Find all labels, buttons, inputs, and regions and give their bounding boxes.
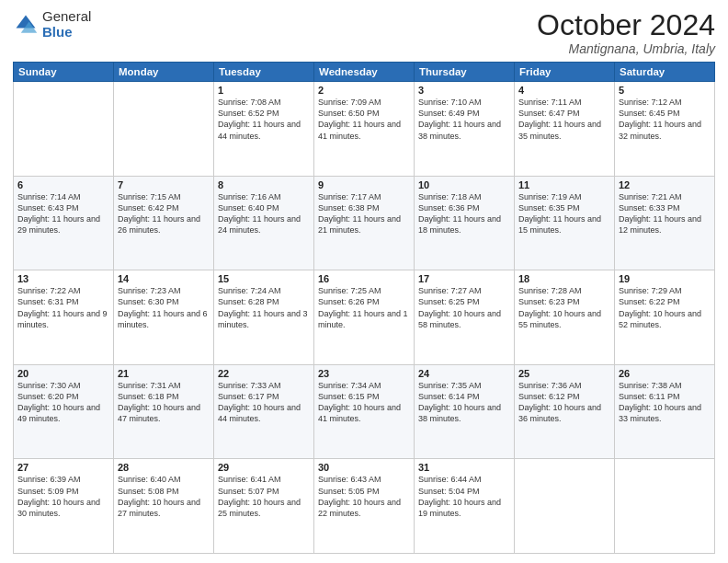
day-detail: Sunrise: 7:28 AM Sunset: 6:23 PM Dayligh…: [518, 285, 610, 330]
day-detail: Sunrise: 7:22 AM Sunset: 6:31 PM Dayligh…: [17, 285, 109, 330]
day-number: 13: [17, 273, 109, 284]
logo-icon: [13, 12, 39, 38]
day-cell-0-1: [114, 82, 214, 177]
day-detail: Sunrise: 7:35 AM Sunset: 6:14 PM Dayligh…: [418, 380, 510, 425]
day-number: 6: [17, 179, 109, 190]
day-number: 23: [318, 368, 410, 379]
day-cell-4-4: 31Sunrise: 6:44 AM Sunset: 5:04 PM Dayli…: [415, 459, 515, 554]
day-cell-2-1: 14Sunrise: 7:23 AM Sunset: 6:30 PM Dayli…: [114, 270, 214, 365]
title-block: October 2024 Mantignana, Umbria, Italy: [537, 9, 715, 56]
day-number: 29: [218, 462, 310, 473]
day-detail: Sunrise: 7:30 AM Sunset: 6:20 PM Dayligh…: [17, 380, 109, 425]
day-detail: Sunrise: 7:10 AM Sunset: 6:49 PM Dayligh…: [418, 97, 510, 142]
page-header: General Blue October 2024 Mantignana, Um…: [13, 9, 715, 56]
day-detail: Sunrise: 7:31 AM Sunset: 6:18 PM Dayligh…: [118, 380, 210, 425]
day-number: 22: [218, 368, 310, 379]
day-detail: Sunrise: 7:19 AM Sunset: 6:35 PM Dayligh…: [518, 191, 610, 236]
day-cell-3-3: 23Sunrise: 7:34 AM Sunset: 6:15 PM Dayli…: [314, 364, 415, 459]
day-number: 25: [518, 368, 610, 379]
day-number: 5: [619, 85, 711, 96]
week-row-1: 1Sunrise: 7:08 AM Sunset: 6:52 PM Daylig…: [14, 82, 715, 177]
day-number: 8: [218, 179, 310, 190]
day-detail: Sunrise: 7:12 AM Sunset: 6:45 PM Dayligh…: [619, 97, 711, 142]
col-saturday: Saturday: [615, 63, 715, 82]
day-number: 9: [318, 179, 410, 190]
day-number: 14: [118, 273, 210, 284]
day-detail: Sunrise: 7:11 AM Sunset: 6:47 PM Dayligh…: [518, 97, 610, 142]
day-cell-4-3: 30Sunrise: 6:43 AM Sunset: 5:05 PM Dayli…: [314, 459, 415, 554]
day-detail: Sunrise: 7:17 AM Sunset: 6:38 PM Dayligh…: [318, 191, 410, 236]
day-cell-3-2: 22Sunrise: 7:33 AM Sunset: 6:17 PM Dayli…: [214, 364, 314, 459]
day-number: 31: [418, 462, 510, 473]
day-cell-2-2: 15Sunrise: 7:24 AM Sunset: 6:28 PM Dayli…: [214, 270, 314, 365]
day-cell-2-0: 13Sunrise: 7:22 AM Sunset: 6:31 PM Dayli…: [14, 270, 114, 365]
col-friday: Friday: [515, 63, 615, 82]
logo-general-text: General: [42, 9, 91, 25]
location-subtitle: Mantignana, Umbria, Italy: [537, 41, 715, 56]
day-detail: Sunrise: 7:27 AM Sunset: 6:25 PM Dayligh…: [418, 285, 510, 330]
col-thursday: Thursday: [415, 63, 515, 82]
day-cell-0-0: [14, 82, 114, 177]
day-number: 2: [318, 85, 410, 96]
day-cell-2-3: 16Sunrise: 7:25 AM Sunset: 6:26 PM Dayli…: [314, 270, 415, 365]
day-number: 21: [118, 368, 210, 379]
day-cell-4-0: 27Sunrise: 6:39 AM Sunset: 5:09 PM Dayli…: [14, 459, 114, 554]
day-cell-3-5: 25Sunrise: 7:36 AM Sunset: 6:12 PM Dayli…: [515, 364, 615, 459]
day-cell-4-5: [515, 459, 615, 554]
day-cell-1-4: 10Sunrise: 7:18 AM Sunset: 6:36 PM Dayli…: [415, 176, 515, 270]
day-number: 19: [619, 273, 711, 284]
day-detail: Sunrise: 6:44 AM Sunset: 5:04 PM Dayligh…: [418, 474, 510, 519]
day-number: 7: [118, 179, 210, 190]
day-number: 16: [318, 273, 410, 284]
day-detail: Sunrise: 6:40 AM Sunset: 5:08 PM Dayligh…: [118, 474, 210, 519]
day-cell-3-6: 26Sunrise: 7:38 AM Sunset: 6:11 PM Dayli…: [615, 364, 715, 459]
day-number: 12: [619, 179, 711, 190]
day-detail: Sunrise: 7:21 AM Sunset: 6:33 PM Dayligh…: [619, 191, 711, 236]
col-wednesday: Wednesday: [314, 63, 415, 82]
month-title: October 2024: [537, 9, 715, 41]
day-detail: Sunrise: 7:29 AM Sunset: 6:22 PM Dayligh…: [619, 285, 711, 330]
day-detail: Sunrise: 7:38 AM Sunset: 6:11 PM Dayligh…: [619, 380, 711, 425]
day-cell-0-4: 3Sunrise: 7:10 AM Sunset: 6:49 PM Daylig…: [415, 82, 515, 177]
col-monday: Monday: [114, 63, 214, 82]
logo-blue-text: Blue: [42, 25, 91, 40]
day-number: 1: [218, 85, 310, 96]
day-cell-2-6: 19Sunrise: 7:29 AM Sunset: 6:22 PM Dayli…: [615, 270, 715, 365]
day-detail: Sunrise: 7:18 AM Sunset: 6:36 PM Dayligh…: [418, 191, 510, 236]
day-detail: Sunrise: 7:09 AM Sunset: 6:50 PM Dayligh…: [318, 97, 410, 142]
day-cell-1-1: 7Sunrise: 7:15 AM Sunset: 6:42 PM Daylig…: [114, 176, 214, 270]
day-detail: Sunrise: 7:34 AM Sunset: 6:15 PM Dayligh…: [318, 380, 410, 425]
day-cell-3-1: 21Sunrise: 7:31 AM Sunset: 6:18 PM Dayli…: [114, 364, 214, 459]
week-row-3: 13Sunrise: 7:22 AM Sunset: 6:31 PM Dayli…: [14, 270, 715, 365]
day-detail: Sunrise: 6:41 AM Sunset: 5:07 PM Dayligh…: [218, 474, 310, 519]
day-cell-4-1: 28Sunrise: 6:40 AM Sunset: 5:08 PM Dayli…: [114, 459, 214, 554]
day-detail: Sunrise: 7:33 AM Sunset: 6:17 PM Dayligh…: [218, 380, 310, 425]
day-cell-4-6: [615, 459, 715, 554]
day-cell-0-5: 4Sunrise: 7:11 AM Sunset: 6:47 PM Daylig…: [515, 82, 615, 177]
day-cell-1-0: 6Sunrise: 7:14 AM Sunset: 6:43 PM Daylig…: [14, 176, 114, 270]
day-number: 28: [118, 462, 210, 473]
day-cell-0-3: 2Sunrise: 7:09 AM Sunset: 6:50 PM Daylig…: [314, 82, 415, 177]
day-cell-3-4: 24Sunrise: 7:35 AM Sunset: 6:14 PM Dayli…: [415, 364, 515, 459]
calendar-header-row: Sunday Monday Tuesday Wednesday Thursday…: [14, 63, 715, 82]
day-detail: Sunrise: 7:23 AM Sunset: 6:30 PM Dayligh…: [118, 285, 210, 330]
logo: General Blue: [13, 9, 91, 40]
day-number: 30: [318, 462, 410, 473]
day-number: 4: [518, 85, 610, 96]
week-row-4: 20Sunrise: 7:30 AM Sunset: 6:20 PM Dayli…: [14, 364, 715, 459]
day-number: 11: [518, 179, 610, 190]
day-number: 20: [17, 368, 109, 379]
week-row-2: 6Sunrise: 7:14 AM Sunset: 6:43 PM Daylig…: [14, 176, 715, 270]
day-number: 3: [418, 85, 510, 96]
day-detail: Sunrise: 7:36 AM Sunset: 6:12 PM Dayligh…: [518, 380, 610, 425]
day-detail: Sunrise: 7:25 AM Sunset: 6:26 PM Dayligh…: [318, 285, 410, 330]
day-cell-0-6: 5Sunrise: 7:12 AM Sunset: 6:45 PM Daylig…: [615, 82, 715, 177]
day-number: 26: [619, 368, 711, 379]
day-cell-2-4: 17Sunrise: 7:27 AM Sunset: 6:25 PM Dayli…: [415, 270, 515, 365]
day-number: 24: [418, 368, 510, 379]
col-sunday: Sunday: [14, 63, 114, 82]
day-cell-3-0: 20Sunrise: 7:30 AM Sunset: 6:20 PM Dayli…: [14, 364, 114, 459]
calendar-table: Sunday Monday Tuesday Wednesday Thursday…: [13, 62, 715, 554]
day-detail: Sunrise: 7:15 AM Sunset: 6:42 PM Dayligh…: [118, 191, 210, 236]
day-detail: Sunrise: 7:16 AM Sunset: 6:40 PM Dayligh…: [218, 191, 310, 236]
